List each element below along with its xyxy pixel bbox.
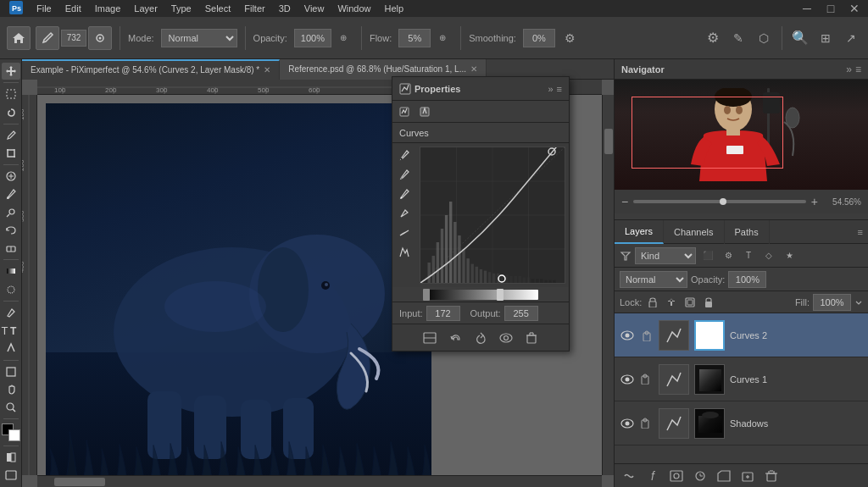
add-group-btn[interactable] <box>715 467 733 485</box>
canvas-tab-2-close[interactable]: ✕ <box>470 64 477 74</box>
filter-shape-icon[interactable]: ◇ <box>760 247 777 264</box>
kind-filter-select[interactable]: Kind <box>635 247 696 264</box>
prop-delete-btn[interactable] <box>522 329 541 347</box>
maximize-btn[interactable]: □ <box>821 0 841 19</box>
tool-lasso[interactable] <box>2 103 20 120</box>
smoothing-settings-btn[interactable]: ⚙ <box>560 28 581 48</box>
curves-graph[interactable] <box>420 147 565 284</box>
filter-smart-icon[interactable]: ★ <box>781 247 798 264</box>
minimize-btn[interactable]: ─ <box>797 0 817 19</box>
prop-clip-btn[interactable] <box>420 329 439 347</box>
h-scroll-thumb[interactable] <box>54 478 105 486</box>
pressure-opacity-btn[interactable]: ⊕ <box>333 28 353 48</box>
layer-row-curves2[interactable]: Curves 2 <box>615 313 868 357</box>
canvas-tab-1[interactable]: Example - PiXimperfect @ 54.6% (Curves 2… <box>22 59 280 80</box>
tab-paths[interactable]: Paths <box>725 220 770 244</box>
lock-artboard-btn[interactable] <box>682 295 698 310</box>
zoom-out-btn[interactable]: − <box>621 195 628 208</box>
prop-reset-btn[interactable] <box>471 329 490 347</box>
close-btn[interactable]: ✕ <box>844 0 865 19</box>
zoom-slider[interactable] <box>633 200 806 203</box>
prop-icon1[interactable] <box>396 103 413 120</box>
menu-select[interactable]: Select <box>199 2 237 15</box>
blend-mode-select[interactable]: Normal <box>620 271 687 288</box>
mode-select[interactable]: Normal <box>161 29 237 47</box>
layer-curves1-mask[interactable] <box>694 364 725 395</box>
input-value[interactable]: 172 <box>426 306 460 321</box>
output-value[interactable]: 255 <box>504 306 538 321</box>
zoom-in-btn[interactable]: + <box>811 195 818 208</box>
canvas-tab-1-close[interactable]: ✕ <box>264 65 270 75</box>
gradient-left-thumb[interactable] <box>423 289 430 301</box>
menu-layer[interactable]: Layer <box>128 2 164 15</box>
home-btn[interactable] <box>7 26 31 50</box>
brush-settings-btn[interactable] <box>88 26 112 50</box>
tool-clone[interactable] <box>2 204 20 221</box>
tool-type[interactable]: T T <box>2 322 20 339</box>
brush-tool-btn[interactable] <box>36 26 59 50</box>
menu-ps[interactable]: Ps <box>3 0 29 18</box>
menu-3d[interactable]: 3D <box>273 2 297 15</box>
layers-panel-menu[interactable]: ≡ <box>853 227 868 237</box>
layer-curves2-visibility[interactable] <box>620 328 635 343</box>
tool-move[interactable] <box>2 63 20 80</box>
workspace-btn[interactable]: ⊞ <box>815 28 836 48</box>
foreground-background-colors[interactable] <box>2 423 20 440</box>
layer-curves1-visibility[interactable] <box>620 372 635 387</box>
link-layers-btn[interactable] <box>620 467 638 485</box>
layer-row-curves1[interactable]: Curves 1 <box>615 357 868 401</box>
tool-shape[interactable] <box>2 363 20 380</box>
tool-screen-mode[interactable] <box>2 467 20 484</box>
prop-prev-state-btn[interactable] <box>446 329 465 347</box>
tab-channels[interactable]: Channels <box>664 220 724 244</box>
add-style-btn[interactable]: f <box>643 467 662 485</box>
curves-smooth-tool[interactable] <box>396 224 413 241</box>
tool-hand[interactable] <box>2 381 20 398</box>
delete-layer-btn[interactable] <box>762 467 781 485</box>
lock-position-btn[interactable] <box>664 295 679 310</box>
menu-file[interactable]: File <box>31 2 58 15</box>
prop-icon2[interactable] <box>416 103 433 120</box>
extra-btn1[interactable]: ✎ <box>728 28 748 48</box>
curves-area[interactable] <box>392 143 569 287</box>
tool-path-select[interactable] <box>2 340 20 357</box>
tool-zoom[interactable] <box>2 399 20 416</box>
extra-btn2[interactable]: ⬡ <box>754 28 774 48</box>
share-btn[interactable]: ↗ <box>841 28 861 48</box>
canvas-scrollbar-vertical[interactable] <box>602 95 614 475</box>
opacity-input[interactable]: 100% <box>294 29 331 47</box>
gradient-right-thumb[interactable] <box>497 289 504 301</box>
brush-size-input[interactable]: 732 <box>61 30 86 47</box>
properties-menu-btn[interactable]: ≡ <box>557 84 562 94</box>
tool-blur[interactable] <box>2 281 20 298</box>
fill-input[interactable] <box>813 294 851 311</box>
lock-all-btn[interactable] <box>701 295 716 310</box>
properties-expand-btn[interactable]: » <box>548 84 553 94</box>
menu-window[interactable]: Window <box>331 2 376 15</box>
tool-eraser[interactable] <box>2 240 20 257</box>
tool-healing[interactable] <box>2 168 20 185</box>
add-mask-btn[interactable] <box>667 467 686 485</box>
settings-btn[interactable]: ⚙ <box>703 28 723 48</box>
curves-eyedropper-white[interactable] <box>396 185 413 202</box>
tool-history-brush[interactable] <box>2 222 20 239</box>
v-scroll-thumb[interactable] <box>604 129 613 154</box>
curves-clipping-btn[interactable] <box>396 244 413 261</box>
menu-view[interactable]: View <box>298 2 331 15</box>
filter-adj-icon[interactable]: ⚙ <box>720 247 737 264</box>
menu-edit[interactable]: Edit <box>59 2 87 15</box>
menu-help[interactable]: Help <box>379 2 410 15</box>
tool-pen[interactable] <box>2 304 20 321</box>
prop-visibility-btn[interactable] <box>497 329 515 347</box>
layer-row-shadows[interactable]: Shadows <box>615 401 868 445</box>
pressure-flow-btn[interactable]: ⊕ <box>432 28 453 48</box>
tool-quick-mask[interactable] <box>2 448 20 465</box>
tool-eyedropper[interactable] <box>2 127 20 144</box>
smoothing-input[interactable]: 0% <box>523 29 555 47</box>
tool-crop[interactable] <box>2 145 20 162</box>
opacity-options-input[interactable]: 100% <box>728 271 766 288</box>
tool-brush[interactable] <box>2 185 20 202</box>
tool-marquee[interactable] <box>2 86 20 102</box>
flow-input[interactable]: 5% <box>398 29 431 47</box>
menu-type[interactable]: Type <box>165 2 198 15</box>
